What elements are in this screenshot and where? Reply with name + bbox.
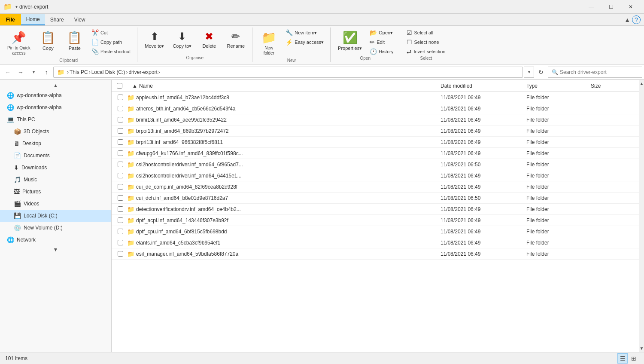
table-row[interactable]: 📁 atheros_bth.inf_amd64_cb5e66c26d549f4a…: [112, 103, 639, 114]
row-checkbox-cell[interactable]: [113, 150, 127, 156]
row-checkbox[interactable]: [118, 128, 123, 134]
select-all-button[interactable]: ☑ Select all: [404, 28, 448, 37]
select-all-checkbox[interactable]: [117, 83, 122, 89]
open-button[interactable]: 📂 Open▾: [367, 28, 396, 37]
table-row[interactable]: 📁 detectionverificationdrv.inf_amd64_ce4…: [112, 204, 639, 215]
recent-locations-button[interactable]: ▾: [27, 66, 39, 78]
sidebar-item-desktop[interactable]: 🖥 Desktop: [0, 138, 111, 150]
maximize-button[interactable]: ☐: [601, 0, 621, 14]
table-row[interactable]: 📁 elants.inf_amd64_c5cba3cf9b954ef1 11/0…: [112, 237, 639, 248]
table-row[interactable]: 📁 brpoi13i.inf_amd64_869b3297b2972472 11…: [112, 125, 639, 137]
sidebar-scroll-down[interactable]: ▼: [0, 246, 111, 254]
sidebar-item-wp1[interactable]: 🌐 wp-donations-alpha: [0, 89, 111, 101]
sidebar-scroll-up[interactable]: ▲: [0, 82, 111, 89]
row-checkbox[interactable]: [118, 150, 123, 156]
select-none-button[interactable]: ☐ Select none: [404, 38, 448, 46]
pin-to-quick-access-button[interactable]: 📌 Pin to Quickaccess: [3, 28, 34, 58]
menu-view[interactable]: View: [69, 14, 91, 25]
table-row[interactable]: 📁 dptf_acpi.inf_amd64_143446f307e3b92f 1…: [112, 215, 639, 226]
copy-to-button[interactable]: ⬇ Copy to▾: [169, 28, 195, 51]
move-to-button[interactable]: ⬆ Move to▾: [141, 28, 168, 51]
row-checkbox-cell[interactable]: [113, 128, 127, 134]
paste-button[interactable]: 📋 Paste: [62, 28, 88, 53]
col-name-header[interactable]: ▲ Name: [129, 83, 437, 89]
menu-home[interactable]: Home: [21, 14, 45, 25]
paste-shortcut-button[interactable]: 📎 Paste shortcut: [88, 47, 134, 56]
new-folder-button[interactable]: 📁 Newfolder: [256, 28, 282, 58]
title-bar-arrow[interactable]: ▾: [15, 4, 18, 9]
address-dropdown-button[interactable]: ▾: [524, 67, 534, 78]
rename-button[interactable]: ✏ Rename: [223, 28, 249, 51]
sidebar-item-new-volume[interactable]: 💿 New Volume (D:): [0, 222, 111, 234]
sidebar-item-3d-objects[interactable]: 📦 3D Objects: [0, 125, 111, 138]
table-row[interactable]: 📁 csi2hostcontrollerdriver.inf_amd64_6f8…: [112, 159, 639, 170]
col-size-header[interactable]: Size: [587, 83, 639, 89]
delete-button[interactable]: ✖ Delete: [196, 28, 222, 51]
sidebar-item-music[interactable]: 🎵 Music: [0, 174, 111, 186]
edit-button[interactable]: ✏ Edit: [367, 38, 396, 46]
row-checkbox[interactable]: [118, 195, 123, 201]
close-button[interactable]: ✕: [621, 0, 641, 14]
row-checkbox[interactable]: [118, 106, 123, 111]
table-row[interactable]: 📁 esif_manager.inf_amd64_59bdfa586f87720…: [112, 248, 639, 260]
row-checkbox-cell[interactable]: [113, 139, 127, 145]
history-button[interactable]: 🕐 History: [367, 47, 396, 56]
vertical-scrollbar[interactable]: ▲ ▼: [639, 80, 644, 352]
scroll-up-arrow[interactable]: ▲: [640, 80, 644, 87]
menu-share[interactable]: Share: [45, 14, 69, 25]
row-checkbox[interactable]: [118, 206, 123, 212]
row-checkbox[interactable]: [118, 162, 123, 167]
path-driver-export[interactable]: driver-export: [128, 69, 157, 75]
col-type-header[interactable]: Type: [523, 83, 587, 89]
table-row[interactable]: 📁 appleusb.inf_amd64_b73ae12bc4ddf3c8 11…: [112, 92, 639, 103]
sidebar-item-local-disk[interactable]: 💾 Local Disk (C:): [0, 210, 111, 222]
row-checkbox-cell[interactable]: [113, 240, 127, 245]
row-checkbox[interactable]: [118, 95, 123, 100]
row-checkbox[interactable]: [118, 139, 123, 145]
col-date-header[interactable]: Date modified: [437, 83, 523, 89]
search-box[interactable]: 🔍: [548, 67, 642, 78]
table-row[interactable]: 📁 brimi13i.inf_amd64_aee99d1fc3529422 11…: [112, 114, 639, 125]
ribbon-collapse-icon[interactable]: ▲: [624, 16, 630, 23]
sidebar-item-videos[interactable]: 🎬 Videos: [0, 198, 111, 210]
scroll-down-arrow[interactable]: ▼: [640, 345, 644, 352]
path-local-disk[interactable]: Local Disk (C:): [91, 69, 125, 75]
row-checkbox-cell[interactable]: [113, 173, 127, 178]
table-row[interactable]: 📁 dptf_cpu.inf_amd64_6bf815c5fb698bdd 11…: [112, 226, 639, 237]
table-row[interactable]: 📁 cui_dch.inf_amd64_b8e01d9e8716d2a7 11/…: [112, 193, 639, 204]
row-checkbox[interactable]: [118, 217, 123, 223]
row-checkbox[interactable]: [118, 251, 123, 257]
sidebar-item-downloads[interactable]: ⬇ Downloads: [0, 162, 111, 174]
menu-file[interactable]: File: [0, 14, 21, 25]
row-checkbox-cell[interactable]: [113, 184, 127, 190]
large-icons-view-button[interactable]: ⊞: [629, 353, 639, 364]
row-checkbox-cell[interactable]: [113, 117, 127, 122]
row-checkbox-cell[interactable]: [113, 95, 127, 100]
minimize-button[interactable]: —: [581, 0, 601, 14]
table-row[interactable]: 📁 brpri13i.inf_amd64_966382f8f5cf6811 11…: [112, 137, 639, 148]
invert-selection-button[interactable]: ⇄ Invert selection: [404, 47, 448, 56]
row-checkbox[interactable]: [118, 117, 123, 122]
sidebar-item-documents[interactable]: 📄 Documents: [0, 150, 111, 162]
row-checkbox[interactable]: [118, 240, 123, 245]
details-view-button[interactable]: ☰: [617, 353, 628, 364]
row-checkbox[interactable]: [118, 173, 123, 178]
header-checkbox[interactable]: [115, 83, 129, 89]
sidebar-item-wp2[interactable]: 🌐 wp-donations-alpha: [0, 101, 111, 113]
row-checkbox-cell[interactable]: [113, 217, 127, 223]
path-this-pc[interactable]: This PC: [70, 69, 88, 75]
row-checkbox-cell[interactable]: [113, 162, 127, 167]
row-checkbox[interactable]: [118, 184, 123, 190]
row-checkbox-cell[interactable]: [113, 206, 127, 212]
table-row[interactable]: 📁 csi2hostcontrollerdriver.inf_amd64_644…: [112, 170, 639, 181]
refresh-button[interactable]: ↻: [535, 66, 547, 78]
properties-button[interactable]: ✅ Properties▾: [334, 28, 366, 53]
row-checkbox-cell[interactable]: [113, 195, 127, 201]
row-checkbox-cell[interactable]: [113, 229, 127, 234]
up-button[interactable]: ↑: [40, 66, 52, 78]
row-checkbox[interactable]: [118, 229, 123, 234]
sidebar-item-network[interactable]: 🌐 Network: [0, 234, 111, 246]
table-row[interactable]: 📁 cui_dc_comp.inf_amd64_82f69cea8b2d928f…: [112, 181, 639, 193]
row-checkbox-cell[interactable]: [113, 106, 127, 111]
cut-button[interactable]: ✂️ Cut: [88, 28, 134, 37]
